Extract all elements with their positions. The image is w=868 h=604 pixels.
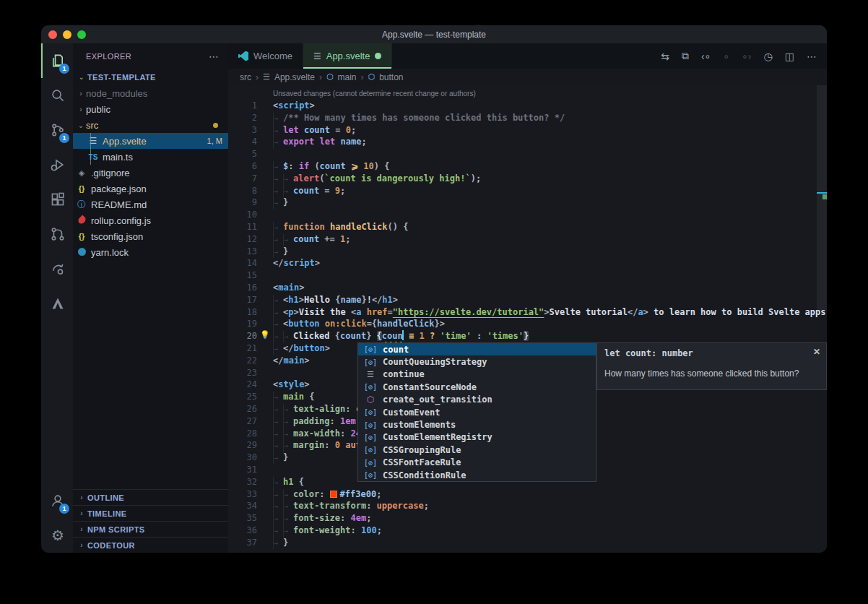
activitybar-run-debug[interactable] bbox=[41, 147, 73, 182]
editor-line-17[interactable]: 17→<h1>Hello {name}!</h1> bbox=[228, 294, 827, 306]
activitybar-settings[interactable]: ⚙ bbox=[41, 518, 73, 553]
editor-line-2[interactable]: 2→/** How many times has someone clicked… bbox=[228, 112, 827, 124]
file-row-package.json[interactable]: {}package.json bbox=[73, 181, 228, 197]
suggest-item-CustomElementRegistry[interactable]: [⊘]CustomElementRegistry bbox=[358, 431, 596, 444]
activitybar-explorer[interactable]: 1 bbox=[41, 43, 73, 78]
sidebar-section-outline[interactable]: ›OUTLINE bbox=[73, 489, 228, 505]
suggest-item-CustomEvent[interactable]: [⊘]CustomEvent bbox=[358, 406, 596, 418]
split-editor-icon[interactable]: ◫ bbox=[785, 51, 794, 62]
editor-line-1[interactable]: 1<script> bbox=[228, 100, 827, 112]
close-icon[interactable]: ✕ bbox=[813, 347, 820, 357]
editor-line-15[interactable]: 15 bbox=[228, 269, 827, 282]
file-row-README.md[interactable]: ⓘREADME.md bbox=[73, 197, 228, 212]
previous-change-icon[interactable]: ‹∘ bbox=[701, 51, 711, 62]
unsaved-dot-icon[interactable] bbox=[375, 53, 381, 59]
close-window-button[interactable] bbox=[48, 30, 57, 39]
tab-app-svelte[interactable]: ☰ App.svelte bbox=[303, 43, 392, 69]
folder-row-public[interactable]: ›public bbox=[73, 101, 228, 117]
sidebar-section-timeline[interactable]: ›TIMELINE bbox=[73, 505, 228, 521]
activitybar-account[interactable]: 1 bbox=[41, 483, 73, 518]
code-token: 'times' bbox=[487, 331, 524, 341]
open-changes-icon[interactable]: ⧉ bbox=[682, 50, 689, 62]
suggest-item-CSSGroupingRule[interactable]: [⊘]CSSGroupingRule bbox=[358, 444, 596, 456]
editor-scrollbar[interactable] bbox=[817, 85, 827, 553]
editor-line-7[interactable]: 7→→alert(`count is dangerously high!`); bbox=[228, 173, 827, 185]
suggest-item-customElements[interactable]: [⊘]customElements bbox=[358, 418, 596, 431]
project-root-row[interactable]: ⌄ TEST-TEMPLATE bbox=[73, 69, 228, 85]
breadcrumb-item-main[interactable]: main bbox=[338, 72, 357, 82]
editor-line-3[interactable]: 3→let count = 0; bbox=[228, 124, 827, 137]
title-bar[interactable]: App.svelte — test-template bbox=[41, 25, 827, 43]
current-change-icon[interactable]: ∘ bbox=[723, 51, 729, 62]
activitybar-search[interactable] bbox=[41, 78, 73, 113]
lightbulb-icon[interactable]: 💡 bbox=[260, 330, 270, 340]
editor-line-10[interactable]: 10 bbox=[228, 209, 827, 221]
file-row-tsconfig.json[interactable]: {}tsconfig.json bbox=[73, 228, 228, 244]
file-row-yarn.lock[interactable]: yarn.lock bbox=[73, 244, 228, 260]
editor-line-19[interactable]: 19→<button on:click={handleClick}> bbox=[228, 318, 827, 330]
breadcrumb-item-button[interactable]: button bbox=[379, 72, 403, 82]
editor-line-34[interactable]: 34→→text-transform: uppercase; bbox=[228, 500, 827, 512]
folder-row-node_modules[interactable]: ›node_modules bbox=[73, 85, 228, 101]
tab-welcome[interactable]: Welcome bbox=[228, 43, 303, 69]
editor-line-11[interactable]: 11→function handleClick() { bbox=[228, 221, 827, 233]
next-change-icon[interactable]: ∘› bbox=[742, 51, 751, 62]
editor-line-18[interactable]: 18→<p>Visit the <a href="https://svelte.… bbox=[228, 306, 827, 319]
suggest-item-continue[interactable]: ☰continue bbox=[358, 368, 596, 381]
suggest-item-count[interactable]: [⊘]count bbox=[358, 343, 596, 355]
code-token: ; bbox=[424, 501, 429, 511]
breadcrumb-item-src[interactable]: src bbox=[240, 72, 251, 82]
editor-line-5[interactable]: 5 bbox=[228, 148, 827, 160]
breadcrumb-item-file[interactable]: App.svelte bbox=[274, 72, 315, 82]
editor-line-12[interactable]: 12→→count += 1; bbox=[228, 233, 827, 246]
minimize-window-button[interactable] bbox=[63, 30, 71, 39]
line-number: 14 bbox=[228, 257, 257, 269]
suggest-item-ConstantSourceNode[interactable]: [⊘]ConstantSourceNode bbox=[358, 381, 596, 393]
activitybar-source-control[interactable]: 1 bbox=[41, 113, 73, 147]
editor-line-37[interactable]: 37→} bbox=[228, 537, 827, 549]
editor-line-13[interactable]: 13→} bbox=[228, 246, 827, 258]
activitybar-github-pr[interactable] bbox=[41, 217, 73, 251]
chevron-icon: › bbox=[76, 105, 86, 113]
line-number: 8 bbox=[228, 185, 257, 197]
maximize-window-button[interactable] bbox=[77, 30, 86, 39]
editor-line-14[interactable]: 14</script> bbox=[228, 257, 827, 269]
tab-whitespace: → bbox=[273, 428, 283, 441]
suggest-item-CSSConditionRule[interactable]: [⊘]CSSConditionRule bbox=[358, 469, 596, 481]
symbol-method-icon: ⬡ bbox=[363, 394, 378, 405]
git-status-badge: 1, M bbox=[207, 137, 222, 145]
editor-line-35[interactable]: 35→→font-size: 4em; bbox=[228, 512, 827, 525]
file-history-icon[interactable]: ◷ bbox=[764, 51, 773, 62]
suggest-item-create_out_transition[interactable]: ⬡create_out_transition bbox=[358, 394, 596, 406]
editor-line-20[interactable]: 20→→Clicked {count} {coun ≡ 1 ? 'time' :… bbox=[228, 330, 827, 342]
code-editor[interactable]: Unsaved changes (cannot determine recent… bbox=[228, 85, 827, 553]
file-row-App.svelte[interactable]: ☰App.svelte1, M bbox=[73, 133, 228, 149]
file-row-main.ts[interactable]: TSmain.ts bbox=[73, 149, 228, 165]
editor-line-4[interactable]: 4→export let name; bbox=[228, 136, 827, 148]
editor-line-9[interactable]: 9→} bbox=[228, 197, 827, 209]
gitlens-compare-icon[interactable]: ⇆ bbox=[661, 51, 669, 62]
editor-line-6[interactable]: 6→$: if (count ⩾ 10) { bbox=[228, 160, 827, 173]
editor-line-8[interactable]: 8→→count = 9; bbox=[228, 185, 827, 197]
sidebar-section-npm-scripts[interactable]: ›NPM SCRIPTS bbox=[73, 521, 228, 537]
codelens-annotation[interactable]: Unsaved changes (cannot determine recent… bbox=[273, 88, 827, 100]
file-row-.gitignore[interactable]: ◈.gitignore bbox=[73, 165, 228, 181]
explorer-more-actions-icon[interactable]: ⋯ bbox=[209, 51, 220, 62]
code-token: ; bbox=[361, 137, 366, 147]
suggest-label: CountQueuingStrategy bbox=[383, 357, 487, 367]
editor-line-16[interactable]: 16<main> bbox=[228, 282, 827, 294]
section-label: CODETOUR bbox=[87, 541, 135, 550]
editor-line-36[interactable]: 36→→font-weight: 100; bbox=[228, 525, 827, 537]
more-actions-icon[interactable]: ⋯ bbox=[807, 51, 817, 62]
file-row-rollup.config.js[interactable]: rollup.config.js bbox=[73, 212, 228, 228]
suggest-item-CountQueuingStrategy[interactable]: [⊘]CountQueuingStrategy bbox=[358, 355, 596, 368]
folder-row-src[interactable]: ⌄src bbox=[73, 117, 228, 133]
code-token: Clicked bbox=[293, 331, 335, 341]
editor-line-33[interactable]: 33→→color: #ff3e00; bbox=[228, 488, 827, 501]
activitybar-azure[interactable] bbox=[41, 286, 73, 321]
sidebar-section-codetour[interactable]: ›CODETOUR bbox=[73, 537, 228, 553]
activitybar-extensions[interactable] bbox=[41, 182, 73, 217]
activitybar-live-share[interactable] bbox=[41, 251, 73, 286]
line-content: →→margin: 0 auto; bbox=[273, 439, 371, 452]
suggest-item-CSSFontFaceRule[interactable]: [⊘]CSSFontFaceRule bbox=[358, 457, 596, 469]
